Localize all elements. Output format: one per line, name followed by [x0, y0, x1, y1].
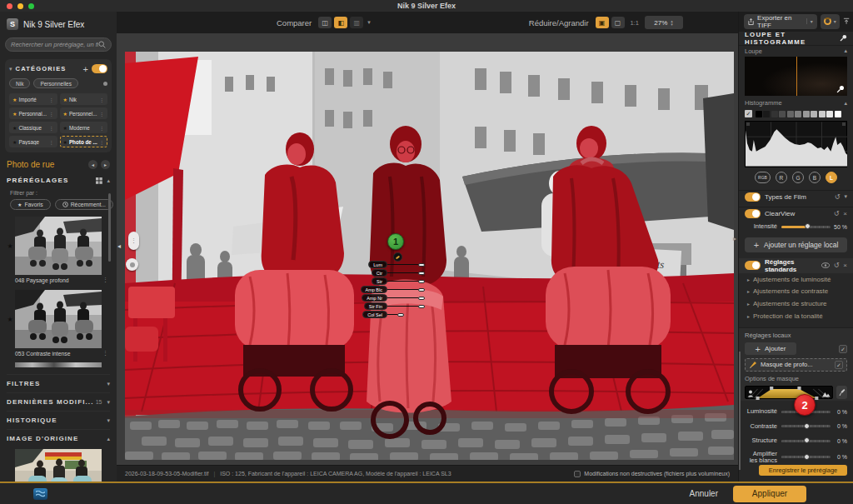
zone-checkbox[interactable]: ✓	[745, 110, 752, 117]
category-item[interactable]: ★Nik⋮	[60, 93, 108, 105]
close-icon[interactable]: ×	[843, 262, 847, 269]
grid-view-icon[interactable]	[96, 177, 102, 184]
categories-toggle[interactable]	[92, 64, 107, 73]
tag-overflow-dot[interactable]	[103, 82, 107, 86]
preset-star-icon[interactable]: ★	[5, 290, 15, 348]
item-menu-icon[interactable]: ⋮	[99, 139, 104, 145]
amplify-whites-slider[interactable]	[781, 456, 831, 458]
channel-l-button[interactable]: L	[826, 172, 837, 183]
cancel-button[interactable]: Annuler	[690, 489, 718, 498]
presets-scrollbar[interactable]	[108, 193, 111, 262]
preset-thumbnail[interactable]	[15, 290, 102, 348]
category-item[interactable]: ★Paysage⋮	[9, 136, 57, 147]
reset-icon[interactable]: ↺	[835, 193, 841, 201]
add-local-adjustment-button[interactable]: + Ajouter un réglage local	[745, 237, 847, 252]
search-input[interactable]	[11, 41, 98, 48]
item-menu-icon[interactable]: ⋮	[49, 139, 54, 145]
control-slider-row[interactable]: Str Fin	[337, 302, 446, 310]
sidebar-section-filters[interactable]: FILTRES▾	[7, 374, 110, 392]
preset-item[interactable]: ★	[5, 217, 112, 275]
next-category-button[interactable]: ▸	[101, 160, 110, 169]
item-menu-icon[interactable]: ⋮	[49, 97, 54, 102]
chevron-up-icon[interactable]: ▴	[844, 47, 847, 54]
export-tiff-button[interactable]: Exporter en TIFF ▾	[744, 14, 817, 29]
save-preset-button[interactable]: Enregistrer le préréglage	[759, 465, 847, 476]
standard-adjustments-toggle[interactable]	[745, 261, 761, 270]
original-image-thumbnail[interactable]	[15, 449, 102, 482]
chevron-down-icon[interactable]: ▾	[9, 66, 12, 72]
control-point-2-badge[interactable]: 2	[794, 394, 816, 416]
control-slider-row[interactable]: Lum	[337, 261, 446, 268]
prev-category-button[interactable]: ◂	[88, 160, 97, 169]
sidebar-section-original-image[interactable]: IMAGE D'ORIGINE▴	[7, 429, 110, 447]
adjustment-group-tonality[interactable]: ▸Protection de la tonalité	[739, 310, 853, 322]
compare-sidebyside-button[interactable]: ▥	[350, 17, 363, 28]
item-menu-icon[interactable]: ⋮	[49, 111, 54, 117]
panel-scrollbar[interactable]	[739, 352, 741, 470]
zoom-fit-button[interactable]: ▣	[596, 17, 609, 28]
chevron-down-icon[interactable]: ▾	[806, 18, 813, 24]
pin-icon[interactable]	[840, 34, 847, 42]
contrast-slider[interactable]	[781, 425, 831, 427]
item-menu-icon[interactable]: ⋮	[49, 125, 54, 131]
preset-thumbnail[interactable]	[15, 217, 102, 275]
chevron-up-icon[interactable]: ▴	[844, 100, 847, 107]
category-item-selected[interactable]: ★Photo de ...⋮	[60, 136, 108, 147]
photo[interactable]: ements ologiques	[125, 52, 734, 460]
channel-r-button[interactable]: R	[776, 172, 787, 183]
control-slider-row[interactable]: Col Sel	[337, 311, 446, 318]
structure-slider[interactable]	[781, 440, 831, 442]
recent-filter-button[interactable]: Récemment...	[55, 199, 113, 210]
collapse-right-panel-icon[interactable]: ▸	[733, 235, 736, 242]
item-menu-icon[interactable]: ⋮	[99, 111, 104, 117]
zoom-one-to-one-button[interactable]: 1:1	[627, 19, 642, 27]
favorites-filter-button[interactable]: ★Favoris	[10, 199, 51, 210]
slider-handle[interactable]	[418, 280, 425, 283]
control-slider-row[interactable]: Amp Blc	[337, 286, 446, 293]
favorite-star-icon[interactable]: ★	[12, 139, 17, 145]
favorite-star-icon[interactable]: ★	[12, 111, 17, 117]
adjustment-group-luminosity[interactable]: ▸Ajustements de luminosité	[739, 273, 853, 286]
reset-icon[interactable]: ↺	[834, 210, 840, 217]
eye-icon[interactable]	[821, 262, 830, 268]
depth-mask-item[interactable]: Masque de profo... ✓	[745, 358, 847, 372]
favorite-star-icon[interactable]: ★	[12, 97, 17, 102]
channel-g-button[interactable]: G	[792, 172, 804, 183]
adjustment-group-contrast[interactable]: ▸Ajustements de contraste	[739, 286, 853, 298]
depth-range-control[interactable]	[745, 386, 833, 399]
compare-split-button[interactable]: ◧	[334, 17, 347, 28]
slider-handle[interactable]	[418, 263, 425, 267]
nondestructive-checkbox[interactable]	[574, 471, 581, 477]
control-point-1[interactable]: 1	[387, 233, 404, 250]
clearview-section[interactable]: ClearView ↺ ×	[739, 207, 853, 221]
item-menu-icon[interactable]: ⋮	[99, 125, 104, 131]
zoom-stepper-icon[interactable]: ▴▾	[671, 19, 673, 26]
preset-menu-icon[interactable]: ⋮	[102, 277, 108, 283]
compare-single-button[interactable]: ◫	[318, 17, 332, 28]
favorite-star-icon[interactable]: ★	[63, 125, 67, 131]
add-mask-button[interactable]: +Ajouter	[745, 342, 796, 355]
item-menu-icon[interactable]: ⋮	[99, 97, 104, 102]
slider-handle[interactable]	[418, 297, 425, 300]
preset-thumbnail-partial[interactable]	[15, 362, 102, 367]
histogram[interactable]	[745, 121, 847, 167]
processing-options-button[interactable]: ▾	[821, 14, 840, 29]
add-category-button[interactable]: +	[83, 66, 88, 72]
zoom-fill-button[interactable]: ▢	[611, 17, 625, 28]
standard-adjustments-header[interactable]: Réglages standards ↺ ×	[739, 258, 853, 273]
favorite-star-icon[interactable]: ★	[63, 111, 67, 117]
intensity-slider[interactable]	[781, 226, 831, 228]
preset-star-icon[interactable]: ★	[5, 217, 15, 275]
favorite-star-icon[interactable]: ★	[12, 125, 17, 131]
zoom-level-select[interactable]: 27% ▴▾	[645, 16, 683, 29]
chevron-down-icon[interactable]: ▾	[367, 19, 371, 26]
preset-menu-icon[interactable]: ⋮	[102, 350, 108, 357]
canvas-tools-handle[interactable]: ⋮	[128, 232, 139, 250]
favorite-star-icon[interactable]: ★	[63, 97, 67, 102]
favorite-star-icon[interactable]: ★	[63, 139, 67, 145]
close-icon[interactable]: ×	[843, 210, 847, 217]
category-item[interactable]: ★Classique⋮	[9, 122, 57, 133]
channel-b-button[interactable]: B	[809, 172, 821, 183]
sidebar-section-history[interactable]: HISTORIQUE▾	[7, 411, 110, 429]
slider-handle[interactable]	[418, 288, 425, 292]
